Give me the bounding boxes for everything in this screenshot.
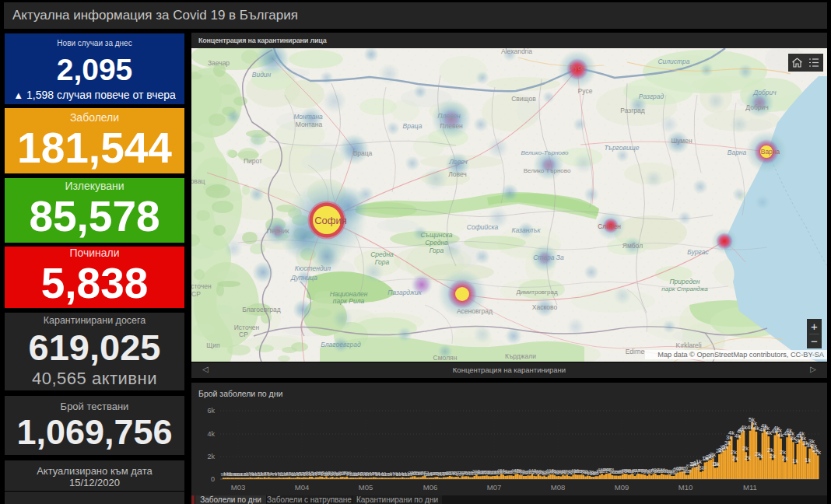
svg-text:4k: 4k [207, 430, 215, 438]
svg-text:M07: M07 [487, 483, 501, 492]
svg-text:2k: 2k [732, 455, 738, 462]
svg-text:4k: 4k [753, 425, 759, 432]
svg-text:осточен: осточен [191, 282, 212, 290]
svg-text:2k: 2k [782, 455, 788, 462]
svg-text:4k: 4k [741, 424, 747, 431]
svg-text:2k: 2k [742, 445, 749, 452]
svg-text:Благоевград: Благоевград [321, 341, 361, 348]
svg-text:Русе: Русе [570, 64, 585, 72]
svg-text:Плевен: Плевен [437, 112, 461, 120]
svg-text:Софийска: Софийска [467, 223, 499, 231]
svg-text:Заечар: Заечар [208, 59, 230, 67]
svg-text:1k: 1k [714, 460, 720, 467]
svg-text:Дупница: Дупница [290, 274, 317, 282]
svg-text:M04: M04 [295, 483, 309, 492]
svg-text:M06: M06 [423, 483, 437, 492]
svg-text:Плевен: Плевен [440, 122, 463, 130]
svg-text:2k: 2k [745, 454, 751, 461]
svg-text:M08: M08 [551, 483, 565, 492]
svg-text:Велико Търново: Велико Търново [524, 167, 571, 174]
svg-text:Шумен: Шумен [671, 137, 692, 145]
svg-text:1k: 1k [805, 457, 811, 464]
svg-text:M11: M11 [743, 483, 757, 492]
svg-text:Ямбол: Ямбол [622, 242, 643, 250]
svg-text:2k: 2k [815, 449, 821, 456]
svg-text:Гора: Гора [430, 247, 444, 254]
svg-text:Враца: Враца [403, 122, 423, 130]
svg-text:Варна: Варна [761, 148, 780, 156]
svg-text:овац: овац [191, 177, 205, 185]
svg-text:M03: M03 [231, 483, 245, 492]
svg-text:Варна: Варна [728, 149, 747, 156]
svg-text:парк Рила: парк Рила [333, 297, 365, 305]
svg-text:4k: 4k [728, 429, 735, 436]
svg-text:M09: M09 [615, 483, 629, 492]
svg-text:Смолян: Смолян [433, 354, 458, 362]
svg-text:парк Странджа: парк Странджа [661, 285, 708, 292]
svg-text:374: 374 [684, 468, 692, 474]
svg-text:Велико-Търново: Велико-Търново [521, 149, 570, 156]
svg-text:720: 720 [699, 464, 707, 470]
svg-text:Перник: Перник [267, 227, 289, 235]
svg-text:2k: 2k [207, 453, 215, 460]
svg-text:Враца: Враца [353, 149, 373, 157]
svg-text:Alexandria: Alexandria [501, 48, 532, 55]
svg-text:M10: M10 [678, 483, 692, 492]
svg-text:1k: 1k [792, 457, 798, 464]
svg-text:Разград: Разград [620, 107, 644, 114]
svg-text:София: София [314, 215, 347, 226]
svg-text:Стара За: Стара За [533, 254, 564, 261]
svg-text:Ловеч: Ловеч [448, 170, 467, 178]
svg-text:4k: 4k [777, 432, 784, 439]
svg-text:СР: СР [239, 331, 248, 338]
svg-text:Хасково: Хасково [532, 303, 558, 311]
svg-text:Edirne: Edirne [626, 348, 645, 355]
svg-text:Средна: Средна [370, 250, 394, 258]
svg-text:M05: M05 [359, 483, 373, 492]
svg-text:Разград: Разград [639, 93, 664, 100]
svg-text:Пазарджик: Пазарджик [387, 289, 422, 296]
svg-text:Добрич: Добрич [745, 103, 768, 111]
svg-text:2k: 2k [757, 453, 763, 460]
svg-text:СР: СР [191, 290, 201, 298]
svg-text:Добрич: Добрич [752, 89, 777, 96]
svg-text:Димитровград: Димитровград [516, 289, 557, 296]
svg-text:Силистра: Силистра [657, 58, 689, 65]
svg-text:Видин: Видин [252, 71, 272, 79]
svg-text:Казанлък: Казанлък [512, 226, 542, 234]
svg-text:2k: 2k [710, 451, 716, 458]
svg-text:Бургас: Бургас [687, 248, 709, 256]
svg-text:Сливен: Сливен [598, 222, 621, 230]
svg-text:0: 0 [211, 475, 215, 483]
svg-text:Асеновград: Асеновград [457, 307, 493, 315]
svg-text:Пирот: Пирот [244, 157, 262, 165]
svg-text:Ловеч: Ловеч [448, 158, 468, 166]
svg-text:Същинска: Същинска [420, 231, 452, 239]
svg-text:Средна: Средна [425, 239, 448, 247]
svg-text:Приреден: Приреден [669, 278, 700, 285]
svg-text:Благоевград: Благоевград [242, 306, 281, 313]
svg-text:Свищов: Свищов [511, 95, 536, 103]
svg-text:Търговище: Търговище [604, 144, 639, 152]
svg-text:Русе: Русе [578, 87, 593, 95]
svg-text:Kırklareli: Kırklareli [675, 341, 701, 349]
svg-text:Кюстендил: Кюстендил [295, 264, 331, 272]
svg-text:2k: 2k [770, 453, 776, 460]
svg-text:Гора: Гора [375, 258, 390, 266]
svg-text:Монтана: Монтана [296, 121, 323, 128]
svg-text:Кърджали: Кърджали [505, 352, 536, 360]
svg-text:Монтана: Монтана [293, 113, 323, 121]
svg-text:Щип: Щип [206, 341, 220, 349]
svg-text:6k: 6k [207, 407, 215, 415]
